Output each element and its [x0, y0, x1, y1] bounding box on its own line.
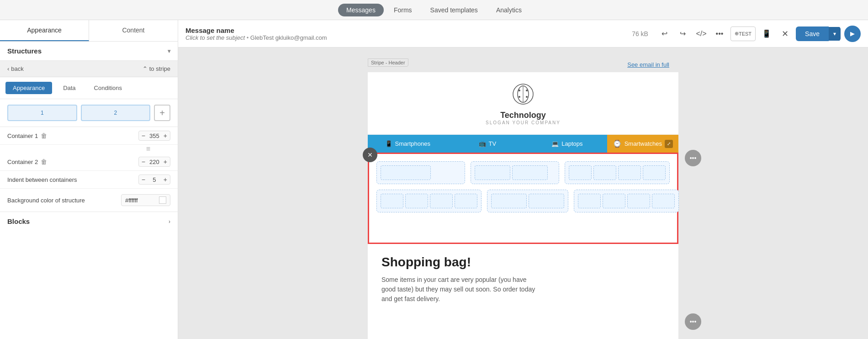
nav-messages[interactable]: Messages — [338, 4, 384, 16]
nav-laptops: 💻 Laptops — [527, 135, 607, 153]
logo-icon — [509, 81, 537, 109]
right-sidebar-toggle-bottom[interactable]: ••• — [685, 313, 701, 330]
test-icon: ⊕ — [735, 31, 739, 37]
container-1-trash-icon[interactable]: 🗑 — [41, 132, 47, 139]
layout-option-double[interactable] — [471, 161, 559, 184]
bg-color-input-group: #ffffff — [121, 194, 170, 206]
back-label: back — [11, 65, 23, 72]
layout-cell-r2-s2 — [405, 194, 428, 208]
nav-saved-templates[interactable]: Saved templates — [422, 4, 486, 16]
layout-add-button[interactable]: + — [154, 105, 170, 121]
bg-color-input[interactable]: #ffffff — [125, 197, 157, 204]
email-wrapper: Stripe - Header See email in full — [368, 58, 678, 339]
shopping-text: Some items in your cart are very popular… — [381, 275, 537, 304]
container-1-decrement-button[interactable]: − — [142, 132, 145, 139]
tab-content[interactable]: Content — [89, 20, 178, 41]
layout-cell-tb2 — [603, 194, 625, 208]
preview-button[interactable]: ⊕ TEST — [730, 26, 756, 41]
blocks-chevron-icon: › — [169, 218, 170, 225]
redo-button[interactable]: ↪ — [676, 26, 690, 41]
structures-header: Structures ▾ — [0, 42, 178, 61]
container-2-label: Container 2 🗑 — [7, 158, 135, 165]
container-1-increment-button[interactable]: + — [164, 132, 167, 139]
indent-decrement-button[interactable]: − — [142, 176, 145, 183]
back-stripe-bar[interactable]: ‹ back ⌃ to stripe — [0, 61, 178, 77]
left-panel: Appearance Content Structures ▾ ‹ back ⌃… — [0, 20, 178, 339]
container-2-decrement-button[interactable]: − — [142, 158, 145, 165]
chevron-up-icon: ⌃ — [143, 65, 148, 72]
layout-cell-medium-1 — [475, 165, 510, 180]
tab-appearance[interactable]: Appearance — [0, 20, 89, 41]
equal-link-icon[interactable]: ≡ — [146, 145, 150, 153]
to-stripe-label: to stripe — [149, 65, 170, 72]
click-to-set-subject[interactable]: Click to set the subject — [185, 34, 245, 41]
layout-option-4small[interactable] — [376, 190, 482, 212]
blocks-header[interactable]: Blocks › — [0, 212, 178, 231]
smartwatches-label: Smartwatches — [625, 140, 662, 147]
container-2-row: Container 2 🗑 − 220 + — [0, 153, 178, 171]
indent-row: Indent between containers − 5 + — [0, 171, 178, 189]
email-nav-bar: 📱 Smartphones 📺 TV 💻 Laptops ⌚ — [368, 135, 678, 153]
save-button[interactable]: Save — [796, 26, 829, 41]
tv-label: TV — [489, 140, 497, 147]
nav-forms[interactable]: Forms — [386, 4, 420, 16]
close-button[interactable]: ✕ — [778, 26, 792, 41]
color-swatch[interactable] — [159, 196, 166, 204]
smartwatch-icon: ⌚ — [613, 139, 622, 148]
layout-row-1 — [376, 161, 670, 184]
top-navigation: Messages Forms Saved templates Analytics — [0, 0, 868, 20]
app-tab-data[interactable]: Data — [56, 82, 83, 94]
mobile-preview-button[interactable]: 📱 — [759, 26, 774, 41]
email-content: Technology SLOGAN YOUR COMPANY 📱 Smartph… — [368, 72, 678, 339]
undo-button[interactable]: ↩ — [657, 26, 672, 41]
svg-point-5 — [519, 96, 520, 98]
laptops-icon: 💻 — [551, 140, 559, 147]
message-name: Message name — [185, 26, 626, 34]
app-tab-appearance[interactable]: Appearance — [5, 82, 52, 94]
stripe-header-label: Stripe - Header — [368, 58, 408, 67]
close-structure-picker-button[interactable]: × — [363, 148, 377, 162]
container-2-trash-icon[interactable]: 🗑 — [41, 158, 47, 165]
layout-grid — [376, 161, 670, 212]
nav-smartwatches: ⌚ Smartwatches ⤢ — [607, 135, 678, 153]
save-dropdown-button[interactable]: ▾ — [829, 27, 841, 41]
svg-point-4 — [526, 90, 528, 91]
layout-option-quad[interactable] — [565, 161, 670, 184]
smartphones-label: Smartphones — [395, 140, 430, 147]
nav-tv: 📺 TV — [448, 135, 528, 153]
laptops-label: Laptops — [561, 140, 582, 147]
right-sidebar-toggle[interactable]: ••• — [685, 150, 701, 166]
message-subject: Click to set the subject • GlebTest gklu… — [185, 34, 626, 41]
layout-option-triple-bottom[interactable] — [574, 190, 679, 212]
expand-icon: ⤢ — [665, 140, 673, 148]
bg-color-row: Background color of structure #ffffff — [0, 189, 178, 212]
appearance-tab-bar: Appearance Data Conditions — [0, 77, 178, 99]
container-2-value: 220 — [148, 159, 161, 165]
see-email-full-link[interactable]: See email in full — [627, 61, 669, 68]
header-actions: ↩ ↪ </> ••• ⊕ TEST 📱 ✕ Save ▾ ▶ — [657, 26, 861, 42]
svg-point-3 — [519, 90, 520, 91]
structure-picker-overlay: × — [368, 153, 678, 244]
container-1-label: Container 1 🗑 — [7, 132, 135, 139]
back-button[interactable]: ‹ back — [7, 65, 24, 72]
send-button[interactable]: ▶ — [844, 26, 861, 42]
container-2-increment-button[interactable]: + — [164, 158, 167, 165]
smartphones-icon: 📱 — [385, 140, 392, 147]
message-email: GlebTest gkluiko@gmail.com — [250, 34, 327, 41]
nav-smartphones: 📱 Smartphones — [368, 135, 448, 153]
indent-value-control: − 5 + — [138, 175, 170, 185]
logo-text: Technology SLOGAN YOUR COMPANY — [486, 111, 561, 125]
indent-increment-button[interactable]: + — [164, 176, 167, 183]
layout-cell-r2-s4 — [455, 194, 477, 208]
app-tab-conditions[interactable]: Conditions — [87, 82, 129, 94]
code-button[interactable]: </> — [694, 26, 709, 41]
nav-analytics[interactable]: Analytics — [488, 4, 530, 16]
layout-2-button[interactable]: 2 — [81, 105, 151, 121]
more-options-button[interactable]: ••• — [712, 26, 727, 41]
layout-option-double-bottom[interactable] — [487, 190, 568, 212]
structures-collapse-icon[interactable]: ▾ — [168, 48, 170, 54]
layout-1-button[interactable]: 1 — [7, 105, 77, 121]
layout-cell-tb3 — [627, 194, 650, 208]
to-stripe-button[interactable]: ⌃ to stripe — [143, 65, 170, 72]
layout-option-single[interactable] — [376, 161, 465, 184]
